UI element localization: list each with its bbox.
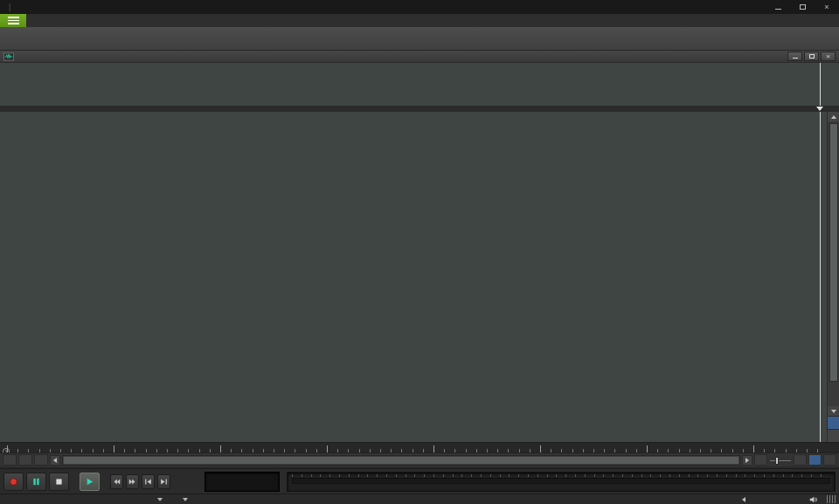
rewind-button[interactable] — [110, 474, 123, 489]
horizontal-scroll-zoom-bar — [0, 452, 839, 466]
fast-forward-button[interactable] — [126, 474, 139, 489]
arrow-right-icon — [745, 458, 749, 463]
arrow-up-icon — [831, 115, 836, 119]
zoom-full-button[interactable] — [823, 454, 836, 466]
go-to-start-button[interactable] — [142, 474, 155, 489]
play-button[interactable] — [80, 473, 100, 491]
arrow-left-icon — [53, 458, 57, 463]
slider-thumb[interactable] — [775, 457, 779, 465]
stop-button[interactable] — [49, 473, 69, 491]
hscroll-thumb[interactable] — [64, 457, 738, 464]
channels-selector[interactable] — [183, 498, 191, 501]
vscroll-thumb[interactable] — [829, 123, 838, 382]
restore-icon — [809, 54, 815, 59]
document-window-controls: × — [787, 52, 836, 61]
time-ruler[interactable] — [0, 442, 839, 452]
level-meter — [287, 472, 836, 492]
arrow-down-icon — [831, 410, 836, 413]
sample-rate-selector[interactable] — [157, 498, 165, 501]
add-bookmark-button[interactable] — [3, 454, 17, 466]
vertical-zoom-out-button[interactable] — [828, 429, 839, 442]
vertical-zoom-in-button[interactable] — [828, 416, 839, 429]
close-icon: × — [826, 53, 830, 60]
pause-button[interactable] — [26, 473, 46, 491]
maximize-icon — [800, 4, 806, 10]
close-icon: × — [824, 3, 829, 11]
slider-track — [770, 460, 791, 461]
doc-close-button[interactable]: × — [821, 52, 836, 61]
scroll-down-button[interactable] — [828, 406, 839, 416]
speaker-icon[interactable] — [808, 495, 818, 504]
region-list-button[interactable] — [34, 454, 48, 466]
main-menu-button[interactable] — [0, 14, 26, 27]
minimize-icon — [793, 58, 798, 59]
collapse-left-icon[interactable] — [742, 497, 745, 502]
meter-body — [292, 478, 830, 484]
ruler-major-ticks — [7, 445, 827, 452]
zoom-in-button[interactable] — [794, 454, 807, 466]
dropdown-caret-icon — [157, 498, 163, 501]
maximize-button[interactable] — [790, 0, 815, 14]
bookmark-list-button[interactable] — [18, 454, 32, 466]
doc-maximize-button[interactable] — [804, 52, 819, 61]
time-info — [179, 481, 198, 482]
hamburger-icon — [8, 17, 19, 24]
waveform-canvas[interactable] — [0, 112, 827, 442]
zoom-to-selection-button[interactable] — [808, 454, 822, 466]
record-button[interactable] — [3, 473, 24, 491]
main-waveform[interactable] — [0, 112, 827, 442]
waveform-doc-icon — [3, 52, 14, 61]
playhead-cursor[interactable] — [820, 112, 821, 442]
menu-right-icons — [835, 14, 839, 27]
close-button[interactable]: × — [815, 0, 839, 14]
main-toolbar — [0, 27, 839, 51]
vertical-scrollbar[interactable] — [827, 112, 839, 442]
wavepad-window: | × × — [0, 0, 839, 504]
meter-tickmarks — [292, 474, 830, 477]
separator: | — [9, 3, 10, 11]
position-display — [205, 472, 280, 492]
minimize-icon — [775, 9, 781, 10]
window-controls: × — [766, 0, 839, 14]
resize-grip[interactable] — [827, 495, 836, 503]
vscroll-track[interactable] — [828, 121, 839, 406]
minimize-button[interactable] — [766, 0, 790, 14]
playhead-marker-icon[interactable] — [816, 107, 823, 111]
record-icon — [10, 478, 17, 485]
document-title-bar: × — [0, 51, 839, 63]
overview-canvas[interactable] — [0, 63, 827, 107]
scroll-left-button[interactable] — [50, 455, 60, 466]
title-bar: | × — [0, 0, 839, 14]
status-bar — [0, 494, 839, 504]
go-to-end-button[interactable] — [157, 474, 170, 489]
doc-minimize-button[interactable] — [787, 52, 802, 61]
scroll-right-button[interactable] — [742, 455, 752, 466]
zoom-out-button[interactable] — [754, 454, 767, 466]
zoom-slider[interactable] — [769, 455, 792, 466]
quick-access-toolbar — [0, 0, 7, 14]
scroll-up-button[interactable] — [828, 112, 839, 121]
overview-waveform[interactable] — [0, 63, 839, 107]
dropdown-caret-icon — [183, 498, 188, 501]
overview-cursor[interactable] — [820, 63, 821, 106]
menu-bar — [0, 14, 839, 27]
transport-bar — [0, 468, 839, 494]
hscroll-track[interactable] — [62, 455, 740, 466]
